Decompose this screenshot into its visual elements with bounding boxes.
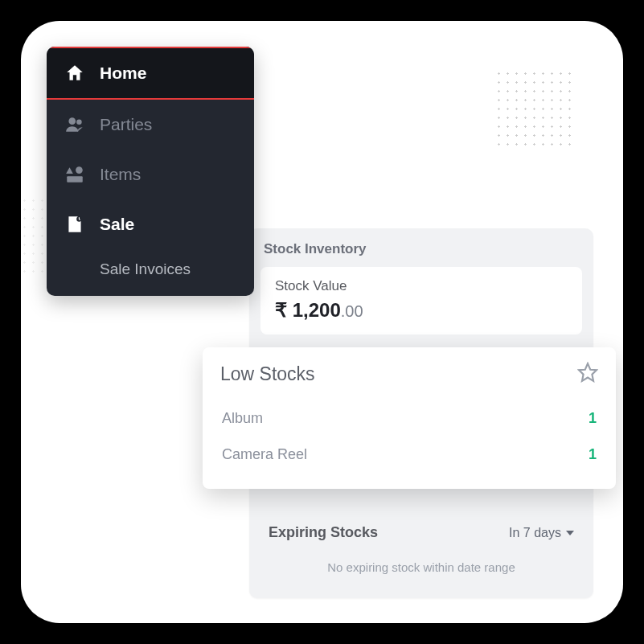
sidebar-item-label: Parties — [100, 115, 152, 134]
sidebar-subitem-sale-invoices[interactable]: Sale Invoices — [47, 249, 254, 296]
stock-value-card[interactable]: Stock Value ₹ 1,200.00 — [260, 267, 582, 334]
app-canvas: Home Parties Items Sale Sale Invoices St… — [21, 21, 623, 623]
sidebar-item-parties[interactable]: Parties — [47, 100, 254, 150]
currency-symbol: ₹ — [275, 299, 287, 321]
sidebar-item-home[interactable]: Home — [47, 47, 254, 100]
chevron-down-icon — [566, 531, 574, 535]
sidebar: Home Parties Items Sale Sale Invoices — [47, 47, 254, 296]
low-stocks-card: Low Stocks Album 1 Camera Reel 1 — [203, 347, 616, 489]
amount-cents: .00 — [341, 302, 363, 320]
sidebar-item-label: Home — [100, 64, 146, 83]
expiring-stocks-title: Expiring Stocks — [269, 524, 378, 541]
home-icon — [64, 63, 85, 84]
decorative-dots-tr — [494, 69, 575, 150]
stock-inventory-title: Stock Inventory — [260, 240, 582, 267]
svg-point-3 — [76, 166, 83, 174]
stock-value-label: Stock Value — [275, 278, 568, 294]
low-stock-name: Camera Reel — [222, 446, 307, 463]
low-stock-qty: 1 — [589, 446, 597, 463]
sidebar-item-label: Sale — [100, 215, 134, 234]
sidebar-item-sale[interactable]: Sale — [47, 199, 254, 249]
svg-marker-2 — [66, 167, 73, 174]
people-icon — [64, 114, 85, 135]
svg-point-1 — [76, 120, 82, 125]
sidebar-item-items[interactable]: Items — [47, 150, 254, 199]
low-stock-qty: 1 — [589, 410, 597, 427]
sidebar-subitem-label: Sale Invoices — [100, 260, 191, 277]
star-icon[interactable] — [577, 362, 598, 386]
expiring-stocks-section: Expiring Stocks In 7 days No expiring st… — [260, 518, 582, 584]
svg-marker-6 — [579, 363, 597, 381]
sidebar-item-label: Items — [100, 165, 141, 184]
amount-main: 1,200 — [293, 299, 341, 321]
expiring-range-label: In 7 days — [509, 526, 561, 540]
invoice-icon — [64, 214, 85, 235]
low-stock-row[interactable]: Camera Reel 1 — [220, 437, 598, 473]
svg-point-0 — [68, 117, 76, 125]
shapes-icon — [64, 164, 85, 185]
expiring-range-dropdown[interactable]: In 7 days — [509, 526, 574, 540]
low-stocks-title: Low Stocks — [220, 363, 315, 385]
low-stock-name: Album — [222, 410, 263, 427]
svg-rect-4 — [67, 176, 83, 183]
stock-value-amount: ₹ 1,200.00 — [275, 299, 568, 322]
expiring-empty-message: No expiring stock within date range — [269, 541, 574, 584]
low-stock-row[interactable]: Album 1 — [220, 400, 598, 437]
